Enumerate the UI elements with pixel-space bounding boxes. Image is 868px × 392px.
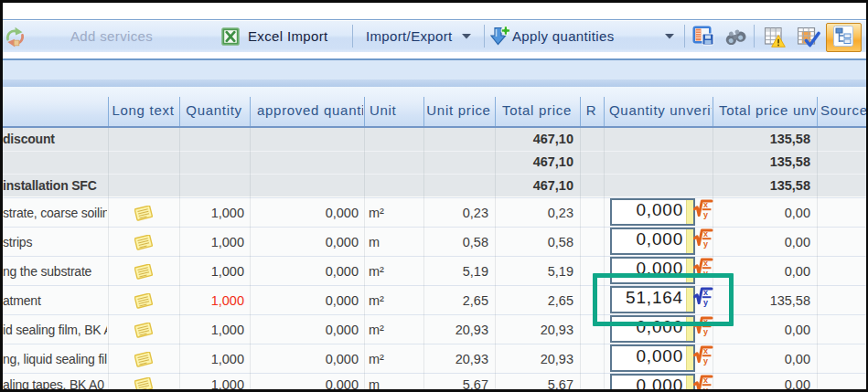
svg-text:x: x [703, 229, 708, 238]
svg-text:x: x [703, 376, 708, 385]
svg-text:x: x [703, 346, 708, 355]
svg-text:x: x [703, 200, 708, 209]
svg-text:y: y [703, 239, 708, 249]
svg-text:y: y [703, 210, 708, 219]
svg-text:y: y [703, 356, 708, 366]
svg-text:y: y [703, 327, 708, 336]
svg-text:x: x [703, 259, 708, 268]
